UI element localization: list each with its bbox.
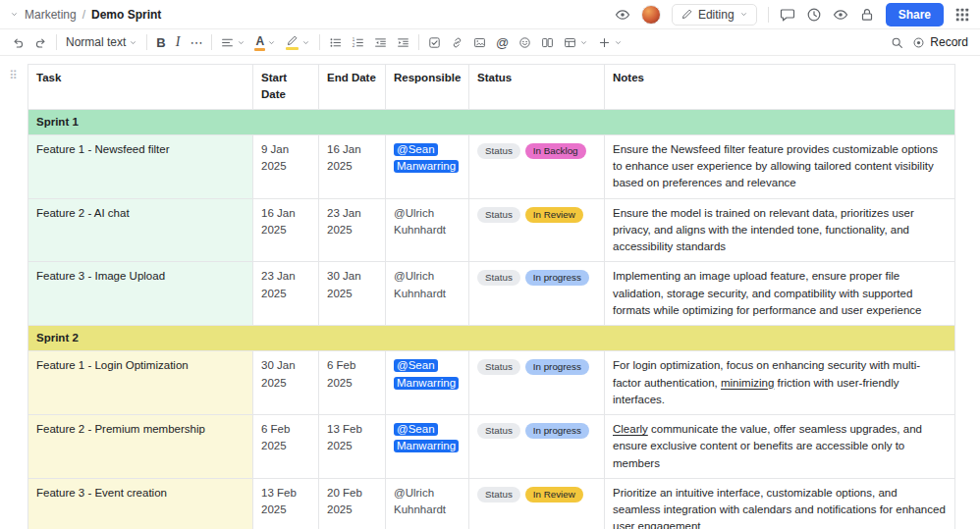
status-label-pill: Status [477,270,520,286]
mention-plain[interactable]: @Ulrich Kuhnhardt [394,487,446,515]
chevron-down-icon [579,38,588,47]
mention-highlighted[interactable]: @Sean Manwarring [394,359,459,389]
status-cell[interactable]: StatusIn Review [469,479,605,529]
view-icon[interactable] [833,7,848,23]
responsible-cell[interactable]: @Ulrich Kuhnhardt [386,199,469,263]
document-body: ⠿ TaskStart DateEnd DateResponsibleStatu… [0,56,980,529]
status-value-pill[interactable]: In Review [525,487,583,503]
share-button[interactable]: Share [886,3,944,26]
end-date-cell[interactable]: 13 Feb 2025 [319,415,386,479]
task-cell[interactable]: Feature 3 - Event creation [28,479,253,529]
responsible-cell[interactable]: @Sean Manwarring [386,135,469,199]
start-date-cell[interactable]: 30 Jan 2025 [253,351,319,415]
image-button[interactable] [473,36,486,49]
record-button[interactable]: Record [912,35,968,49]
notes-cell[interactable]: Clearly communicate the value, offer sea… [605,415,954,479]
insert-dropdown[interactable] [598,36,623,49]
status-cell[interactable]: StatusIn progress [469,262,605,326]
column-header[interactable]: End Date [319,65,386,110]
task-cell[interactable]: Feature 2 - Premium membership [28,415,253,479]
drag-handle-icon[interactable]: ⠿ [9,69,18,82]
avatar[interactable] [641,5,661,25]
column-header[interactable]: Responsible [386,65,469,110]
column-header[interactable]: Task [28,65,253,110]
emoji-button[interactable] [518,36,531,49]
checklist-button[interactable] [428,36,441,49]
task-cell[interactable]: Feature 3 - Image Upload [28,262,253,326]
mention-button[interactable]: @ [496,36,509,49]
start-date-cell[interactable]: 13 Feb 2025 [253,479,319,529]
mention-plain[interactable]: @Ulrich Kuhnhardt [394,270,446,298]
notes-cell[interactable]: For login optimization, focus on enhanci… [605,351,954,415]
record-icon [912,36,925,49]
section-row: Sprint 2 [28,326,954,351]
status-cell[interactable]: StatusIn Backlog [469,135,605,199]
notes-cell[interactable]: Ensure the model is trained on relevant … [605,199,954,263]
notes-cell[interactable]: Ensure the Newsfeed filter feature provi… [605,135,954,199]
chevron-down-icon [267,38,276,47]
status-value-pill[interactable]: In Review [525,207,583,223]
search-button[interactable] [891,36,903,49]
link-button[interactable] [451,36,463,49]
breadcrumb-parent[interactable]: Marketing [25,8,77,22]
task-cell[interactable]: Feature 1 - Newsfeed filter [28,135,253,199]
end-date-cell[interactable]: 16 Jan 2025 [319,135,386,199]
undo-button[interactable] [12,36,25,49]
status-cell[interactable]: StatusIn progress [469,351,605,415]
bullet-list-button[interactable] [329,36,342,49]
section-title[interactable]: Sprint 1 [28,110,954,135]
status-value-pill[interactable]: In progress [525,270,589,286]
indent-button[interactable] [397,36,409,49]
section-title[interactable]: Sprint 2 [28,326,954,351]
start-date-cell[interactable]: 9 Jan 2025 [253,135,319,199]
mention-highlighted[interactable]: @Sean Manwarring [394,143,459,173]
task-cell[interactable]: Feature 2 - AI chat [28,199,253,263]
mention-plain[interactable]: @Ulrich Kuhnhardt [394,207,446,236]
divider [319,34,320,50]
end-date-cell[interactable]: 20 Feb 2025 [319,479,386,529]
comments-icon[interactable] [780,7,795,23]
column-header[interactable]: Start Date [253,65,319,110]
end-date-cell[interactable]: 23 Jan 2025 [319,199,386,263]
editing-mode-dropdown[interactable]: Editing [672,4,757,26]
highlight-color-dropdown[interactable] [286,34,310,50]
start-date-cell[interactable]: 23 Jan 2025 [253,262,319,326]
paragraph-style-dropdown[interactable]: Normal text [66,35,137,49]
status-cell[interactable]: StatusIn progress [469,415,605,479]
topbar-actions: Editing Share [615,3,970,26]
numbered-list-button[interactable] [352,36,364,49]
outdent-button[interactable] [374,36,387,49]
column-header[interactable]: Notes [605,65,954,110]
align-dropdown[interactable] [221,36,245,49]
start-date-cell[interactable]: 16 Jan 2025 [253,199,319,263]
status-value-pill[interactable]: In Backlog [525,143,586,159]
table-dropdown[interactable] [564,36,588,49]
end-date-cell[interactable]: 6 Feb 2025 [319,351,386,415]
status-value-pill[interactable]: In progress [525,423,589,439]
more-formatting-button[interactable]: ⋯ [190,36,202,49]
column-header[interactable]: Status [469,65,605,110]
responsible-cell[interactable]: @Sean Manwarring [386,415,469,479]
responsible-cell[interactable]: @Ulrich Kuhnhardt [386,479,469,529]
bold-button[interactable]: B [156,36,165,49]
status-value-pill[interactable]: In progress [525,359,589,375]
notes-cell[interactable]: Prioritize an intuitive interface, custo… [605,479,954,529]
text-color-dropdown[interactable]: A [255,34,276,51]
start-date-cell[interactable]: 6 Feb 2025 [253,415,319,479]
collapse-chevron-icon[interactable] [10,10,19,19]
end-date-cell[interactable]: 30 Jan 2025 [319,262,386,326]
mention-highlighted[interactable]: @Sean Manwarring [394,423,459,452]
responsible-cell[interactable]: @Sean Manwarring [386,351,469,415]
columns-button[interactable] [541,36,554,49]
preview-eye-icon[interactable] [615,7,630,23]
notes-cell[interactable]: Implementing an image upload feature, en… [605,262,954,326]
redo-button[interactable] [34,36,47,49]
apps-grid-icon[interactable] [954,7,970,23]
history-icon[interactable] [806,7,822,23]
lock-icon[interactable] [859,7,875,23]
status-cell[interactable]: StatusIn Review [469,199,605,263]
italic-button[interactable]: I [176,35,181,49]
task-cell[interactable]: Feature 1 - Login Optimization [28,351,253,415]
responsible-cell[interactable]: @Ulrich Kuhnhardt [386,262,469,326]
table-header-row: TaskStart DateEnd DateResponsibleStatusN… [28,65,954,110]
